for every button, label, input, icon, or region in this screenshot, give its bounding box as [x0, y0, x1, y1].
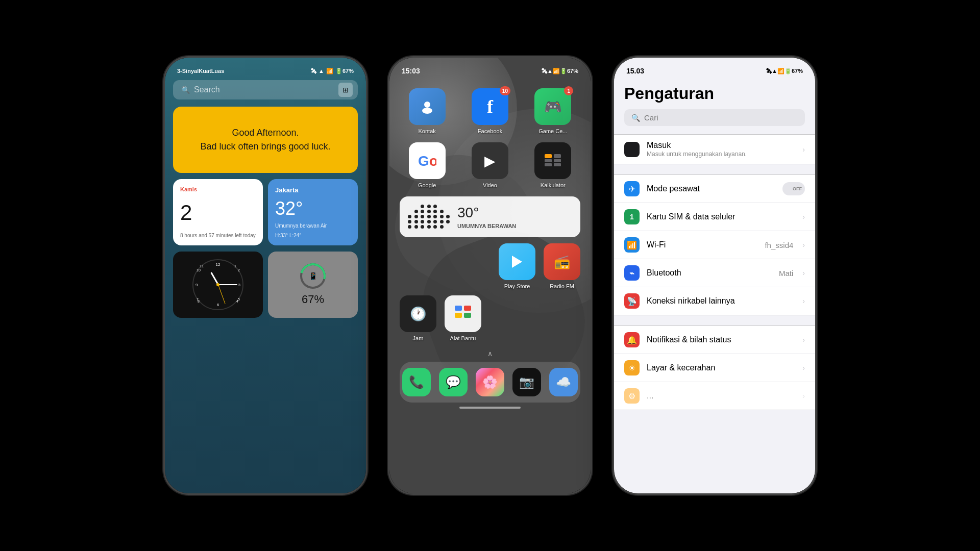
search-bar[interactable]: 🔍 ⊞	[173, 80, 358, 99]
playstore-label: Play Store	[504, 283, 530, 289]
carrier-label: 3-SinyalKuatLuas	[177, 68, 224, 74]
settings-section2: 🔔 Notifikasi & bilah status › ☀ Layar & …	[614, 325, 815, 410]
svg-point-0	[424, 102, 430, 108]
apple-account-content: Masuk Masuk untuk menggunakan layanan.	[647, 141, 795, 158]
phone1-screen: 3-SinyalKuatLuas 🛰 ▲ 📶 🔋67% 🔍 ⊞ Good Aft…	[165, 58, 366, 493]
settings-item-airplane[interactable]: ✈ Mode pesawat OFF	[614, 175, 815, 203]
phone3-status-icons: 🛰▲📶🔋67%	[766, 68, 803, 74]
weather-dots	[408, 205, 451, 229]
search-icon: 🔍	[631, 114, 640, 122]
phone2-status-icons: 🛰▲📶🔋67%	[542, 68, 578, 74]
display-content: Layar & kecerahan	[647, 363, 795, 372]
home-indicator	[459, 407, 521, 409]
camera-icon: 📷	[512, 368, 541, 396]
dock-messages[interactable]: 💬	[439, 368, 468, 396]
svg-rect-11	[455, 306, 462, 311]
app-item-alatbantu[interactable]: Alat Bantu	[445, 295, 481, 341]
settings-item-sim[interactable]: 1 Kartu SIM & data seluler ›	[614, 203, 815, 231]
app-item-kalkulator[interactable]: Kalkulator	[526, 142, 580, 188]
phone3-frame: 15.03 🛰▲📶🔋67% Pengaturan 🔍	[612, 56, 817, 495]
settings-main-section: ✈ Mode pesawat OFF 1 Kartu SIM & data se…	[614, 174, 815, 315]
dock-camera[interactable]: 📷	[512, 368, 541, 396]
dock-indicator: ∧	[389, 345, 591, 362]
app-item-playstore[interactable]: Play Store	[499, 243, 535, 289]
airplane-content: Mode pesawat	[647, 184, 775, 193]
wifi-label: Wi-Fi	[647, 240, 757, 249]
dock-photos[interactable]: 🌸	[476, 368, 504, 396]
app-item-facebook[interactable]: f 10 Facebook	[462, 88, 517, 134]
gamecenter-icon: 🎮 1	[534, 88, 571, 125]
notif-label: Notifikasi & bilah status	[647, 335, 795, 344]
svg-rect-12	[464, 306, 471, 311]
app-item-jam[interactable]: 🕐 Jam	[400, 295, 436, 341]
gamecenter-label: Game Ce...	[538, 128, 567, 134]
search-icon: 🔍	[181, 86, 190, 94]
phone3-time: 15.03	[626, 67, 644, 75]
dock-phone[interactable]: 📞	[402, 368, 431, 396]
weather-temp: 32°	[275, 198, 351, 219]
settings-title: Pengaturan	[624, 84, 805, 103]
settings-item-more[interactable]: ⚙ ... ›	[614, 382, 815, 410]
settings-search-input[interactable]	[644, 113, 798, 122]
clock-center	[216, 283, 219, 286]
chevron-icon: ›	[802, 145, 805, 154]
clock-widget: 12 3 6 9 1 11 4 8 2 5 10 7	[173, 252, 263, 318]
second-hand	[218, 285, 226, 304]
app-item-kontak[interactable]: Kontak	[400, 88, 454, 134]
svg-rect-8	[554, 163, 561, 166]
app-grid-row3: 🕐 Jam Alat Bantu	[389, 295, 591, 345]
dock-cloud[interactable]: ☁️	[549, 368, 578, 396]
app-item-google[interactable]: Goog Google	[400, 142, 454, 188]
chevron-up-icon: ∧	[487, 349, 493, 358]
settings-search-bar[interactable]: 🔍	[624, 109, 805, 126]
weather-desc: Umumnya berawan Air	[275, 223, 351, 229]
alatbantu-icon	[445, 295, 481, 332]
wifi-content: Wi-Fi	[647, 240, 757, 249]
settings-item-bluetooth[interactable]: ⌁ Bluetooth Mati ›	[614, 259, 815, 287]
clock-face: 12 3 6 9 1 11 4 8 2 5 10 7	[192, 259, 243, 310]
app-grid-row1: Kontak f 10 Facebook 🎮 1 Game Ce.	[389, 80, 591, 196]
sim-chevron: ›	[802, 213, 805, 221]
radiofm-label: Radio FM	[550, 283, 574, 289]
battery-percent: 67%	[302, 293, 324, 306]
svg-rect-4	[554, 154, 561, 158]
svg-rect-7	[545, 163, 552, 166]
gamecenter-badge: 1	[564, 86, 573, 95]
app-item-gamecenter[interactable]: 🎮 1 Game Ce...	[526, 88, 580, 134]
airplane-toggle[interactable]: OFF	[782, 182, 805, 195]
svg-rect-14	[464, 313, 471, 318]
bluetooth-label: Bluetooth	[647, 268, 772, 278]
time-left: 8 hours and 57 minutes left today	[180, 233, 256, 238]
widgets-row: Kamis 2 8 hours and 57 minutes left toda…	[173, 179, 358, 245]
google-label: Google	[418, 182, 436, 188]
dock: 📞 💬 🌸 📷	[400, 362, 580, 403]
jam-icon: 🕐	[400, 295, 436, 332]
phone2-content: Kontak f 10 Facebook 🎮 1 Game Ce.	[389, 80, 591, 493]
google-icon: Goog	[409, 142, 446, 179]
app-item-video[interactable]: ▶ Video	[462, 142, 517, 188]
video-icon: ▶	[472, 142, 508, 179]
hotspot-label: Koneksi nirkabel lainnya	[647, 296, 795, 306]
phone3-status-bar: 15.03 🛰▲📶🔋67%	[614, 58, 815, 80]
app-item-radiofm[interactable]: 📻 Radio FM	[544, 243, 580, 289]
hotspot-content: Koneksi nirkabel lainnya	[647, 296, 795, 306]
phone3-screen: 15.03 🛰▲📶🔋67% Pengaturan 🔍	[614, 58, 815, 493]
app-grid-row2: Play Store 📻 Radio FM	[389, 243, 591, 295]
battery-circle: 📱	[300, 263, 326, 289]
widget-button[interactable]: ⊞	[338, 83, 353, 97]
airplane-icon: ✈	[624, 181, 640, 196]
settings-item-wifi[interactable]: 📶 Wi-Fi fh_ssid4 ›	[614, 231, 815, 259]
video-label: Video	[483, 182, 497, 188]
display-label: Layar & kecerahan	[647, 363, 795, 372]
battery-widget: 📱 67%	[268, 252, 358, 318]
notif-icon: 🔔	[624, 332, 640, 347]
settings-item-notif[interactable]: 🔔 Notifikasi & bilah status ›	[614, 326, 815, 354]
settings-item-hotspot[interactable]: 📡 Koneksi nirkabel lainnya ›	[614, 287, 815, 315]
photos-icon: 🌸	[476, 368, 504, 396]
facebook-icon: f 10	[472, 88, 508, 125]
search-input[interactable]	[194, 85, 350, 94]
weather-city: Jakarta	[275, 186, 351, 194]
apple-account-item[interactable]: Masuk Masuk untuk menggunakan layanan. ›	[614, 135, 815, 164]
apple-account-label: Masuk	[647, 141, 795, 150]
settings-item-display[interactable]: ☀ Layar & kecerahan ›	[614, 354, 815, 382]
